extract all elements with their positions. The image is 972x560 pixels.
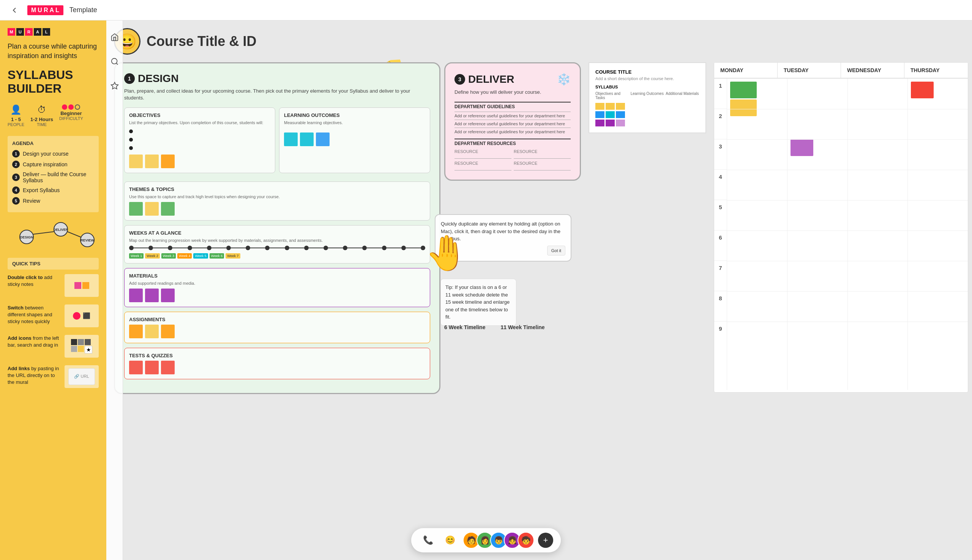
- row-num-7: 7: [714, 261, 727, 291]
- workflow-diagram: DESIGN DELIVER REVIEW: [8, 220, 99, 250]
- sidebar-title: SYLLABUS BUILDER: [8, 68, 99, 95]
- objectives-title: OBJECTIVES: [129, 112, 270, 118]
- cal-sticky-tue-1[interactable]: [790, 139, 813, 156]
- agenda-title: AGENDA: [12, 140, 94, 146]
- sticky-t2: [300, 133, 313, 146]
- sidebar-icon-home[interactable]: [107, 30, 122, 45]
- resource-4: RESOURCE: [514, 161, 571, 170]
- course-header: 😀 Course Title & ID: [114, 28, 256, 55]
- row-num-3: 3: [714, 139, 727, 170]
- bullet-2: [129, 138, 133, 142]
- agenda-text-2: Capture inspiration: [23, 162, 68, 167]
- resource-1: RESOURCE: [455, 149, 512, 159]
- learning-outcomes-section: LEARNING OUTCOMES Measurable learning ob…: [279, 107, 430, 173]
- sidebar: M U R A L Plan a course while capturing …: [0, 20, 106, 560]
- svg-line-7: [67, 232, 81, 237]
- agenda-item-5[interactable]: 5 Review: [12, 197, 94, 205]
- cal-header-wed: WEDNESDAY: [841, 63, 904, 78]
- timeline-labels: 6 Week Timeline 11 Week Timeline: [444, 324, 545, 330]
- tl6: [231, 248, 246, 248]
- materials-stickies: [129, 288, 425, 302]
- agenda-item-1[interactable]: 1 Design your course: [12, 150, 94, 158]
- svg-line-14: [116, 63, 118, 65]
- objectives-desc: List the primary objectives. Upon comple…: [129, 120, 270, 125]
- tl10: [309, 248, 323, 248]
- tip-icons: Add icons from the left bar, search and …: [8, 335, 99, 358]
- cal-header-thu: THURSDAY: [904, 63, 968, 78]
- tip-visual-1: [65, 274, 99, 297]
- tests-stickies: [129, 361, 425, 374]
- asgn-s2: [145, 325, 159, 338]
- agenda-num-2: 2: [12, 161, 20, 168]
- deliver-section: 3 DELIVER ❄️ Define how you will deliver…: [444, 62, 581, 181]
- tip-visual-4: 🔗 URL: [65, 365, 99, 388]
- stat-time: ⏱ 1-2 Hours TIME: [30, 104, 53, 127]
- stat-people: 👤 1 - 5 PEOPLE: [8, 104, 24, 127]
- sidebar-intro: Plan a course while capturing inspiratio…: [8, 42, 99, 61]
- cal-sticky-thu-1[interactable]: [911, 82, 934, 98]
- asgn-s1: [129, 325, 143, 338]
- test-s3: [161, 361, 175, 374]
- wl2: Week 2: [145, 253, 160, 258]
- avatar-5[interactable]: 🧒: [517, 532, 534, 548]
- emoji-button[interactable]: 😊: [441, 531, 459, 549]
- cal-sticky-mon-1[interactable]: [730, 82, 757, 98]
- tl12: [347, 248, 362, 248]
- agenda-section: AGENDA 1 Design your course 2 Capture in…: [8, 136, 99, 212]
- tl2: [153, 248, 168, 248]
- tl9: [289, 248, 304, 248]
- timeline-dots: [129, 246, 425, 250]
- sidebar-logo: M U R A L: [8, 28, 99, 36]
- add-button[interactable]: +: [538, 533, 553, 548]
- sidebar-icon-search[interactable]: [107, 54, 122, 69]
- td14: [382, 246, 387, 250]
- logo-u: U: [16, 28, 24, 36]
- canvas-icon-sidebar: [106, 20, 123, 560]
- bullet-1: [129, 130, 133, 133]
- tl7: [250, 248, 265, 248]
- course-title[interactable]: Course Title & ID: [147, 33, 256, 49]
- td7: [246, 246, 250, 250]
- agenda-item-3[interactable]: 3 Deliver — build the Course Syllabus: [12, 171, 94, 183]
- agenda-text-3: Deliver — build the Course Syllabus: [23, 171, 94, 183]
- template-label: Template: [70, 6, 97, 14]
- back-button[interactable]: [8, 3, 21, 17]
- tip-text-3: Add icons from the left bar, search and …: [8, 335, 61, 348]
- cal-sticky-mon-2[interactable]: [730, 100, 757, 116]
- td11: [323, 246, 328, 250]
- tip-double-click: Double click to add sticky notes: [8, 274, 99, 297]
- agenda-item-2[interactable]: 2 Capture inspiration: [12, 161, 94, 168]
- hand-pointer-icon: 🤚: [425, 233, 468, 273]
- deliver-title: 3 DELIVER ❄️: [455, 73, 571, 86]
- sticky-g2: [161, 202, 175, 216]
- agenda-item-4[interactable]: 4 Export Syllabus: [12, 187, 94, 194]
- tip-text-2: Switch between different shapes and stic…: [8, 305, 61, 325]
- tip-action-btn[interactable]: Got it: [547, 246, 565, 256]
- sidebar-icon-star[interactable]: [107, 78, 122, 93]
- weeks-desc: Map out the learning progression week by…: [129, 238, 425, 243]
- tip-links: Add links by pasting in the URL directly…: [8, 365, 99, 388]
- sticky-g1: [129, 202, 143, 216]
- resource-2: RESOURCE: [514, 149, 571, 159]
- logo-r: R: [25, 28, 33, 36]
- svg-point-13: [111, 58, 117, 64]
- dot-2: [68, 104, 73, 110]
- phone-button[interactable]: 📞: [419, 531, 437, 549]
- svg-line-6: [33, 232, 54, 234]
- svg-text:DESIGN: DESIGN: [20, 235, 33, 239]
- dept-guideline-1: Add or reference useful guidelines for y…: [455, 113, 571, 118]
- asgn-s3: [161, 325, 175, 338]
- tip-visual-3: ★: [65, 335, 99, 358]
- tl3: [172, 248, 187, 248]
- deliver-desc: Define how you will deliver your course.: [455, 89, 571, 96]
- td10: [304, 246, 309, 250]
- cal-col-mon: [727, 78, 787, 390]
- row-num-9: 9: [714, 322, 727, 352]
- cal-header-mon: MONDAY: [714, 63, 778, 78]
- dept-line-3: [455, 128, 571, 128]
- dot-1: [62, 104, 67, 110]
- mat-s1: [129, 288, 143, 302]
- cal-col-tue: [787, 78, 848, 390]
- col2-label: Learning Outcomes: [631, 92, 664, 100]
- mat-s3: [161, 288, 175, 302]
